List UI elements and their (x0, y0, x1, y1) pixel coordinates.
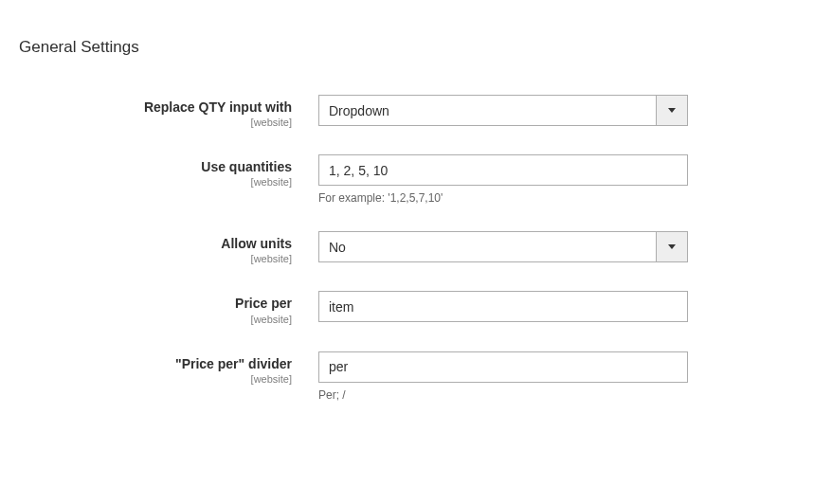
field-label-use-quantities: Use quantities (19, 158, 292, 175)
replace-qty-select[interactable]: Dropdown (318, 95, 688, 126)
label-col: Use quantities [website] (19, 154, 318, 188)
chevron-down-icon (668, 244, 676, 249)
control-col: Dropdown (318, 95, 688, 126)
field-hint: For example: '1,2,5,7,10' (318, 191, 688, 205)
chevron-down-icon (668, 108, 676, 113)
label-col: Replace QTY input with [website] (19, 95, 318, 128)
select-toggle-button[interactable] (656, 232, 687, 261)
general-settings-section: General Settings Replace QTY input with … (0, 0, 814, 447)
section-title: General Settings (19, 38, 795, 57)
scope-label: [website] (19, 176, 292, 188)
field-label-replace-qty: Replace QTY input with (19, 99, 292, 116)
field-row-use-quantities: Use quantities [website] For example: '1… (19, 154, 795, 205)
field-row-price-per: Price per [website] (19, 291, 795, 324)
field-row-price-per-divider: "Price per" divider [website] Per; / (19, 351, 795, 402)
control-col (318, 291, 688, 322)
price-per-input[interactable] (318, 291, 688, 322)
field-row-allow-units: Allow units [website] No (19, 231, 795, 264)
label-col: Allow units [website] (19, 231, 318, 264)
field-label-price-per-divider: "Price per" divider (19, 355, 292, 372)
field-label-allow-units: Allow units (19, 235, 292, 252)
control-col: Per; / (318, 351, 688, 402)
price-per-divider-input[interactable] (318, 351, 688, 383)
field-label-price-per: Price per (19, 295, 292, 312)
allow-units-select[interactable]: No (318, 231, 688, 262)
scope-label: [website] (19, 373, 292, 385)
scope-label: [website] (19, 314, 292, 325)
select-toggle-button[interactable] (656, 96, 687, 125)
control-col: For example: '1,2,5,7,10' (318, 154, 688, 205)
label-col: Price per [website] (19, 291, 318, 324)
field-hint: Per; / (318, 388, 688, 402)
select-value: No (319, 232, 656, 261)
scope-label: [website] (19, 253, 292, 264)
label-col: "Price per" divider [website] (19, 351, 318, 385)
field-row-replace-qty: Replace QTY input with [website] Dropdow… (19, 95, 795, 128)
select-value: Dropdown (319, 96, 656, 125)
control-col: No (318, 231, 688, 262)
use-quantities-input[interactable] (318, 154, 688, 186)
scope-label: [website] (19, 117, 292, 128)
